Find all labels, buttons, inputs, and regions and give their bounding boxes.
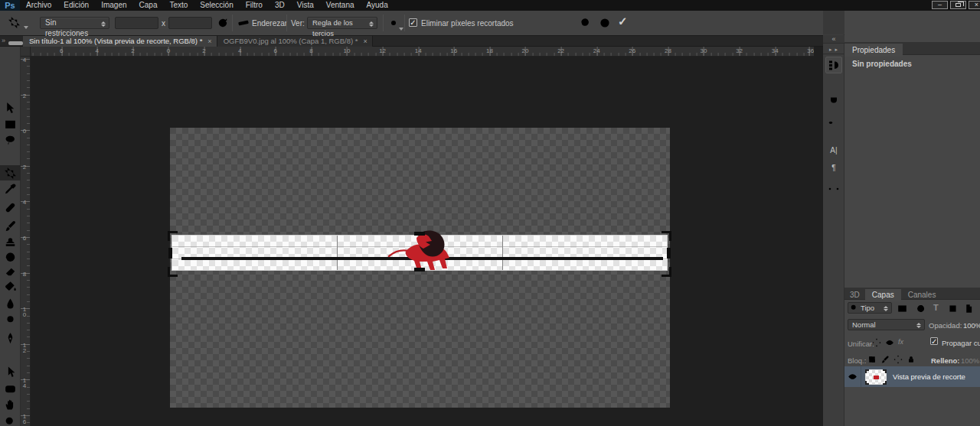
tab-3d[interactable]: 3D [844, 289, 865, 301]
unify-visibility-icon[interactable] [885, 338, 894, 347]
propagate-checkbox[interactable]: ✓ [930, 337, 938, 345]
eyedropper-tool[interactable] [4, 183, 17, 196]
marquee-tool[interactable] [4, 118, 17, 131]
filter-image-layers-icon[interactable] [897, 304, 907, 314]
ruler-label: 30 [701, 47, 707, 54]
crop-handle-left[interactable] [168, 248, 172, 259]
menu-selección[interactable]: Selección [194, 0, 239, 11]
tab-capas[interactable]: Capas [865, 289, 901, 301]
brush-tool[interactable] [4, 220, 17, 233]
ruler-label: 6 [274, 47, 277, 54]
lock-all-icon[interactable] [906, 355, 916, 364]
tab-canales[interactable]: Canales [901, 289, 943, 301]
filter-adjustment-layers-icon[interactable] [916, 304, 926, 314]
tool-presets-panel-icon[interactable] [825, 184, 842, 201]
history-panel-icon[interactable] [825, 57, 842, 73]
history-brush-tool[interactable] [4, 251, 17, 264]
tab-overflow-chevrons-icon[interactable]: » [2, 36, 5, 46]
crop-preset-dropdown[interactable]: Sin restricciones [40, 17, 109, 29]
menu-edición[interactable]: Edición [57, 0, 95, 11]
lock-transparency-icon[interactable] [867, 355, 877, 364]
crop-handle-bottom[interactable] [414, 268, 425, 272]
character-panel-icon[interactable]: A| [825, 141, 842, 158]
healing-brush-tool[interactable] [4, 201, 17, 214]
menu-3d[interactable]: 3D [269, 0, 291, 11]
crop-settings-gear-icon[interactable] [387, 17, 400, 29]
filter-shape-layers-icon[interactable] [948, 304, 958, 314]
tab-propiedades[interactable]: Propiedades [844, 44, 903, 57]
document-tab[interactable]: OGFB9V0.jpg al 100% (Capa 1, RGB/8) *× [217, 36, 373, 47]
clone-source-panel-icon[interactable] [825, 115, 842, 132]
crop-handle-top[interactable] [414, 232, 425, 236]
gradient-tool[interactable] [4, 279, 17, 292]
hand-tool[interactable] [4, 398, 17, 411]
layer-row[interactable]: Vista previa de recorte [844, 366, 980, 387]
pen-tool[interactable] [4, 332, 17, 345]
menu-ayuda[interactable]: Ayuda [361, 0, 394, 11]
filter-smart-object-icon[interactable] [964, 304, 974, 314]
swap-dimensions-icon[interactable] [217, 17, 229, 29]
ruler-label: 0 [167, 47, 170, 54]
close-button[interactable]: × [969, 1, 980, 9]
shape-tool[interactable] [4, 382, 17, 395]
crop-handle-top-right[interactable] [662, 231, 671, 241]
canvas-area[interactable] [31, 57, 823, 426]
brush-presets-panel-icon[interactable] [825, 89, 842, 106]
layer-filter-value: Tipo [861, 304, 874, 312]
expand-panels-icon[interactable]: ▸ ▸ [823, 44, 844, 54]
menu-texto[interactable]: Texto [163, 0, 194, 11]
fill-value[interactable]: 100% [961, 356, 979, 365]
delete-cropped-pixels-label[interactable]: Eliminar píxeles recortados [421, 19, 514, 28]
overlay-dropdown[interactable]: Regla de los tercios [307, 17, 377, 29]
cancel-crop-icon[interactable] [599, 17, 611, 29]
tool-preset-caret-icon[interactable] [24, 26, 28, 31]
menu-vista[interactable]: Vista [291, 0, 320, 11]
layer-filter-dropdown[interactable]: Tipo [848, 302, 892, 314]
straighten-icon[interactable] [237, 17, 250, 29]
tab-close-icon[interactable]: × [363, 36, 367, 47]
restore-button[interactable] [950, 1, 966, 9]
move-tool[interactable] [4, 102, 17, 115]
toolbar-grip[interactable] [8, 41, 23, 45]
zoom-tool[interactable] [4, 415, 17, 426]
menu-ventana[interactable]: Ventana [320, 0, 361, 11]
crop-height-input[interactable] [168, 17, 212, 29]
layer-visibility-cell[interactable] [844, 366, 861, 387]
layer-thumbnail[interactable] [865, 369, 887, 385]
crop-handle-right[interactable] [667, 248, 671, 259]
menu-capa[interactable]: Capa [133, 0, 164, 11]
crop-width-input[interactable] [115, 17, 158, 29]
dodge-tool[interactable] [4, 314, 17, 327]
crop-handle-top-left[interactable] [168, 231, 178, 241]
minimize-button[interactable]: – [932, 1, 948, 9]
delete-cropped-pixels-checkbox[interactable]: ✓ [409, 18, 417, 27]
menu-imagen[interactable]: Imagen [95, 0, 132, 11]
magic-wand-tool[interactable] [4, 150, 17, 163]
type-tool[interactable] [4, 349, 17, 362]
crop-tool-icon[interactable] [8, 16, 21, 29]
opacity-value[interactable]: 100% [963, 321, 980, 330]
eraser-tool[interactable] [4, 265, 17, 278]
crop-handle-bottom-left[interactable] [168, 267, 178, 277]
document-tab[interactable]: Sin título-1 al 100% (Vista previa de re… [23, 36, 217, 47]
lock-paint-icon[interactable] [880, 355, 890, 364]
blur-tool[interactable] [4, 298, 17, 311]
collapse-panels-icon[interactable]: « [823, 35, 844, 44]
lasso-tool[interactable] [4, 134, 17, 147]
paragraph-panel-icon[interactable]: ¶ [825, 159, 842, 176]
lock-position-icon[interactable] [893, 355, 903, 364]
crop-tool[interactable] [0, 165, 21, 180]
unify-fx-icon[interactable]: fx [898, 338, 903, 346]
menu-archivo[interactable]: Archivo [20, 0, 57, 11]
commit-crop-icon[interactable]: ✓ [618, 15, 628, 28]
blend-mode-dropdown[interactable]: Normal [848, 319, 925, 330]
filter-type-layers-icon[interactable]: T [933, 303, 939, 312]
tab-close-icon[interactable]: × [207, 36, 211, 47]
crop-handle-bottom-right[interactable] [662, 267, 671, 277]
path-select-tool[interactable] [4, 366, 17, 379]
straighten-button[interactable]: Enderezar [252, 19, 287, 28]
menu-filtro[interactable]: Filtro [240, 0, 269, 11]
unify-move-icon[interactable] [872, 338, 881, 347]
reset-crop-icon[interactable] [579, 17, 591, 29]
clone-stamp-tool[interactable] [4, 236, 17, 249]
